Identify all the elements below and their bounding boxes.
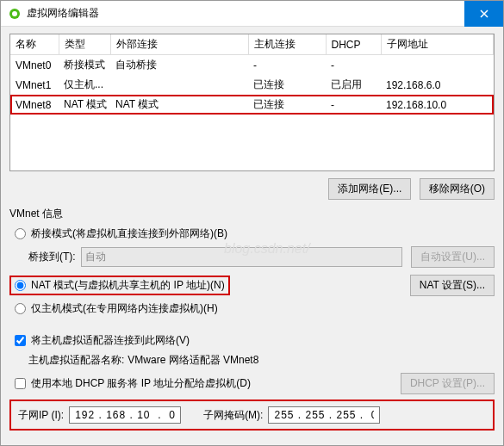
bridge-radio-label: 桥接模式(将虚拟机直接连接到外部网络)(B) <box>31 226 227 241</box>
app-icon <box>8 7 22 21</box>
col-type[interactable]: 类型 <box>59 34 110 55</box>
table-row-selected[interactable]: VMnet8 NAT 模式 NAT 模式 已连接 - 192.168.10.0 <box>10 95 494 115</box>
table-buttons: 添加网络(E)... 移除网络(O) <box>9 178 495 200</box>
host-adapter-name-row: 主机虚拟适配器名称: VMware 网络适配器 VMnet8 <box>28 353 495 368</box>
window-title: 虚拟网络编辑器 <box>27 6 464 21</box>
subnet-ip-input[interactable] <box>69 406 181 424</box>
nat-radio-label: NAT 模式(与虚拟机共享主机的 IP 地址)(N) <box>31 278 225 293</box>
subnet-ip-label: 子网IP (I): <box>18 408 64 423</box>
network-table[interactable]: 名称 类型 外部连接 主机连接 DHCP 子网地址 VMnet0 桥接模式 自动… <box>9 34 495 171</box>
title-bar: 虚拟网络编辑器 <box>1 1 503 27</box>
dhcp-settings-button: DHCP 设置(P)... <box>401 373 495 394</box>
host-adapter-name-value: VMware 网络适配器 VMnet8 <box>128 353 258 368</box>
nat-radio-highlight: NAT 模式(与虚拟机共享主机的 IP 地址)(N) <box>9 276 230 295</box>
svg-point-1 <box>12 11 17 16</box>
add-network-button[interactable]: 添加网络(E)... <box>328 178 411 200</box>
close-button[interactable] <box>464 1 503 27</box>
bridge-to-row: 桥接到(T): 自动 自动设置(U)... <box>28 246 495 268</box>
host-adapter-check-label: 将主机虚拟适配器连接到此网络(V) <box>31 333 190 348</box>
subnet-mask-label: 子网掩码(M): <box>203 408 263 423</box>
table-row[interactable]: VMnet1 仅主机... 已连接 已启用 192.168.6.0 <box>10 75 494 95</box>
col-ext[interactable]: 外部连接 <box>110 34 248 55</box>
col-name[interactable]: 名称 <box>10 34 59 55</box>
auto-settings-button: 自动设置(U)... <box>411 246 495 268</box>
dhcp-check-label: 使用本地 DHCP 服务将 IP 地址分配给虚拟机(D) <box>31 376 251 391</box>
bridge-radio-row[interactable]: 桥接模式(将虚拟机直接连接到外部网络)(B) <box>15 226 495 241</box>
col-host[interactable]: 主机连接 <box>248 34 326 55</box>
subnet-row: 子网IP (I): 子网掩码(M): <box>9 400 495 431</box>
table-row[interactable]: VMnet0 桥接模式 自动桥接 - - <box>10 55 494 76</box>
hostonly-radio-row[interactable]: 仅主机模式(在专用网络内连接虚拟机)(H) <box>15 301 495 316</box>
col-dhcp[interactable]: DHCP <box>326 34 381 55</box>
nat-radio[interactable] <box>15 280 26 291</box>
dhcp-checkbox[interactable] <box>15 378 26 389</box>
host-adapter-checkbox[interactable] <box>15 335 26 346</box>
bridge-to-label: 桥接到(T): <box>28 250 76 264</box>
remove-network-button[interactable]: 移除网络(O) <box>420 178 495 200</box>
col-subnet[interactable]: 子网地址 <box>381 34 494 55</box>
host-adapter-check-row[interactable]: 将主机虚拟适配器连接到此网络(V) <box>15 333 495 348</box>
bridge-radio[interactable] <box>15 228 26 239</box>
subnet-mask-input[interactable] <box>268 406 380 424</box>
nat-settings-button[interactable]: NAT 设置(S)... <box>410 275 495 296</box>
bridge-to-select[interactable]: 自动 <box>81 247 403 267</box>
hostonly-radio[interactable] <box>15 303 26 314</box>
vmnet-info-label: VMnet 信息 <box>9 207 495 221</box>
hostonly-radio-label: 仅主机模式(在专用网络内连接虚拟机)(H) <box>31 301 218 316</box>
host-adapter-name-label: 主机虚拟适配器名称: <box>28 353 124 368</box>
content-area: 名称 类型 外部连接 主机连接 DHCP 子网地址 VMnet0 桥接模式 自动… <box>1 27 503 443</box>
